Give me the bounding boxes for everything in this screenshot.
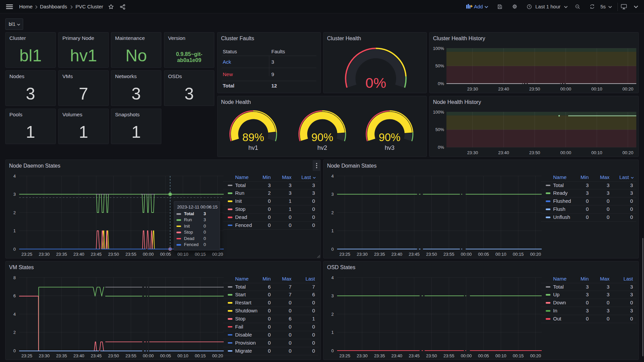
svg-text:00:15: 00:15 bbox=[513, 353, 524, 358]
svg-text:23:55: 23:55 bbox=[443, 252, 454, 257]
svg-text:23:45: 23:45 bbox=[409, 252, 420, 257]
svg-text:0: 0 bbox=[13, 348, 16, 353]
svg-text:1: 1 bbox=[331, 228, 334, 233]
svg-text:23:30: 23:30 bbox=[357, 252, 368, 257]
svg-text:2: 2 bbox=[13, 330, 16, 335]
svg-text:23:35: 23:35 bbox=[56, 353, 67, 358]
svg-text:0: 0 bbox=[331, 247, 334, 252]
svg-text:2: 2 bbox=[331, 312, 334, 317]
svg-text:00:10: 00:10 bbox=[591, 150, 602, 155]
svg-text:23:30: 23:30 bbox=[39, 353, 50, 358]
svg-text:50%: 50% bbox=[435, 63, 444, 68]
svg-text:4: 4 bbox=[13, 174, 16, 179]
svg-text:23:40: 23:40 bbox=[391, 252, 402, 257]
svg-text:00:00: 00:00 bbox=[143, 252, 154, 257]
svg-text:23:25: 23:25 bbox=[339, 353, 351, 358]
svg-text:00:20: 00:20 bbox=[530, 353, 541, 358]
svg-text:00:00: 00:00 bbox=[560, 150, 571, 155]
svg-text:00:00: 00:00 bbox=[560, 86, 571, 92]
svg-text:90%: 90% bbox=[379, 131, 400, 143]
svg-text:23:40: 23:40 bbox=[498, 150, 509, 155]
svg-text:0: 0 bbox=[13, 247, 16, 252]
svg-text:23:30: 23:30 bbox=[467, 150, 478, 155]
svg-text:4: 4 bbox=[331, 174, 334, 179]
svg-text:23:25: 23:25 bbox=[21, 353, 33, 358]
svg-text:00:15: 00:15 bbox=[195, 252, 206, 257]
svg-text:3: 3 bbox=[331, 192, 334, 197]
svg-text:6: 6 bbox=[13, 293, 16, 298]
svg-text:23:50: 23:50 bbox=[426, 353, 437, 358]
svg-text:00:05: 00:05 bbox=[160, 353, 171, 358]
svg-text:23:35: 23:35 bbox=[374, 252, 385, 257]
svg-text:23:40: 23:40 bbox=[73, 353, 85, 358]
svg-text:23:45: 23:45 bbox=[91, 252, 102, 257]
svg-text:23:40: 23:40 bbox=[73, 252, 85, 257]
svg-text:0%: 0% bbox=[438, 81, 444, 86]
svg-text:0%: 0% bbox=[365, 75, 386, 91]
svg-text:90%: 90% bbox=[311, 131, 333, 143]
svg-text:23:35: 23:35 bbox=[374, 353, 385, 358]
svg-text:89%: 89% bbox=[242, 131, 264, 143]
svg-text:23:30: 23:30 bbox=[467, 86, 478, 92]
svg-text:2: 2 bbox=[13, 210, 16, 215]
svg-text:1: 1 bbox=[331, 330, 334, 335]
svg-text:50%: 50% bbox=[435, 127, 444, 132]
svg-text:23:25: 23:25 bbox=[21, 252, 33, 257]
svg-text:00:10: 00:10 bbox=[495, 252, 506, 257]
svg-text:00:05: 00:05 bbox=[160, 252, 171, 257]
svg-text:00:20: 00:20 bbox=[623, 150, 634, 155]
svg-text:23:50: 23:50 bbox=[529, 150, 540, 155]
svg-text:23:50: 23:50 bbox=[108, 353, 119, 358]
svg-text:00:10: 00:10 bbox=[177, 353, 189, 358]
svg-text:00:00: 00:00 bbox=[461, 252, 472, 257]
svg-text:3: 3 bbox=[13, 192, 16, 197]
svg-text:23:25: 23:25 bbox=[339, 252, 351, 257]
svg-text:23:30: 23:30 bbox=[357, 353, 368, 358]
svg-text:4: 4 bbox=[331, 275, 334, 280]
svg-text:hv1: hv1 bbox=[248, 144, 258, 151]
svg-text:3: 3 bbox=[331, 293, 334, 298]
svg-text:23:30: 23:30 bbox=[39, 252, 50, 257]
svg-text:00:15: 00:15 bbox=[513, 252, 524, 257]
svg-text:00:10: 00:10 bbox=[177, 252, 189, 257]
svg-text:4: 4 bbox=[13, 312, 16, 317]
svg-text:00:10: 00:10 bbox=[495, 353, 506, 358]
svg-text:23:55: 23:55 bbox=[125, 252, 137, 257]
svg-text:00:20: 00:20 bbox=[530, 252, 541, 257]
svg-text:23:50: 23:50 bbox=[426, 252, 437, 257]
svg-text:00:20: 00:20 bbox=[623, 86, 634, 92]
svg-text:hv3: hv3 bbox=[385, 144, 394, 151]
svg-text:1: 1 bbox=[13, 228, 16, 233]
svg-text:23:45: 23:45 bbox=[91, 353, 102, 358]
svg-text:23:55: 23:55 bbox=[125, 353, 137, 358]
svg-text:00:20: 00:20 bbox=[212, 353, 223, 358]
svg-text:23:35: 23:35 bbox=[56, 252, 67, 257]
svg-text:23:55: 23:55 bbox=[443, 353, 454, 358]
svg-text:23:40: 23:40 bbox=[498, 86, 509, 92]
svg-text:8: 8 bbox=[13, 275, 16, 280]
svg-text:00:00: 00:00 bbox=[143, 353, 154, 358]
svg-text:100%: 100% bbox=[433, 46, 444, 51]
svg-text:2: 2 bbox=[331, 210, 334, 215]
svg-text:23:40: 23:40 bbox=[391, 353, 402, 358]
svg-text:00:05: 00:05 bbox=[478, 353, 489, 358]
svg-text:23:45: 23:45 bbox=[409, 353, 420, 358]
svg-text:00:00: 00:00 bbox=[461, 353, 472, 358]
svg-text:0%: 0% bbox=[438, 145, 444, 150]
svg-text:00:20: 00:20 bbox=[212, 252, 223, 257]
svg-text:23:50: 23:50 bbox=[108, 252, 119, 257]
svg-text:hv2: hv2 bbox=[317, 144, 327, 151]
svg-text:00:05: 00:05 bbox=[478, 252, 489, 257]
svg-text:00:10: 00:10 bbox=[591, 86, 602, 92]
svg-text:00:15: 00:15 bbox=[195, 353, 206, 358]
svg-text:100%: 100% bbox=[433, 110, 444, 115]
svg-text:0: 0 bbox=[331, 348, 334, 353]
svg-text:23:50: 23:50 bbox=[529, 86, 540, 92]
